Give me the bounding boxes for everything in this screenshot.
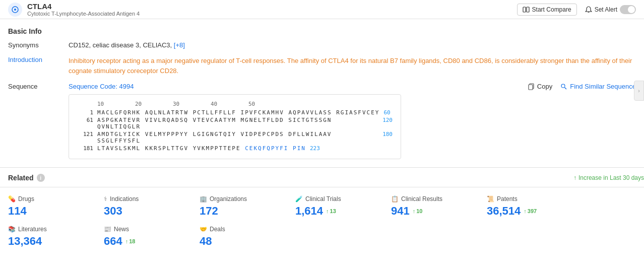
alert-toggle[interactable] (620, 5, 636, 14)
compare-icon (523, 6, 530, 13)
header-left: CTLA4 Cytotoxic T-Lymphocyte-Associated … (8, 2, 140, 17)
alert-icon (585, 6, 592, 13)
pat-arrow: ↑ (524, 208, 527, 214)
find-similar-icon (560, 83, 567, 90)
org-label: Organizations (210, 195, 247, 202)
side-handle[interactable]: › (634, 81, 644, 101)
seq-line-181: 181 LTAVSLSKML KKRSPLTTGV YVKMPPTTEPE CE… (77, 145, 393, 152)
indications-icon: ⚕ (104, 195, 107, 202)
org-value[interactable]: 172 (200, 205, 218, 218)
svg-rect-5 (529, 85, 533, 90)
org-icon: 🏢 (200, 195, 207, 202)
clinical-results-label: Clinical Results (401, 195, 442, 202)
cr-arrow: ↑ (413, 208, 416, 214)
app-icon (8, 3, 22, 17)
patents-label: Patents (497, 195, 518, 202)
stat-indications: ⚕ Indications 303 (104, 195, 200, 226)
synonyms-text: CD152, celiac disease 3, CELIAC3, (69, 41, 172, 49)
basic-info-title: Basic Info (8, 27, 636, 35)
related-title: Related i (8, 174, 45, 182)
svg-line-7 (565, 87, 567, 89)
lit-label: Literatures (18, 226, 47, 233)
patents-value[interactable]: 36,514 (487, 205, 521, 218)
start-compare-button[interactable]: Start Compare (517, 4, 577, 16)
introduction-row: Introduction Inhibitory receptor acting … (8, 56, 636, 76)
copy-label: Copy (537, 83, 552, 90)
related-info-icon[interactable]: i (37, 174, 45, 182)
stat-organizations: 🏢 Organizations 172 (200, 195, 295, 226)
drugs-icon: 💊 (8, 195, 16, 202)
lit-value[interactable]: 13,364 (8, 235, 42, 248)
increase-arrow: ↑ (573, 174, 576, 181)
increase-label: Increase in Last 30 days (578, 174, 644, 181)
copy-button[interactable]: Copy (528, 83, 552, 90)
sequence-actions: Copy Find Similar Sequence (528, 83, 636, 90)
introduction-label: Introduction (8, 56, 69, 76)
page-title: CTLA4 (27, 2, 140, 11)
increase-badge: ↑ Increase in Last 30 days (573, 174, 644, 181)
stat-patents: 📜 Patents 36,514 ↑ 397 (487, 195, 583, 226)
synonyms-row: Synonyms CD152, celiac disease 3, CELIAC… (8, 41, 636, 49)
stats-grid: 💊 Drugs 114 ⚕ Indications 303 🏢 Organiza… (0, 187, 644, 264)
sequence-code-link[interactable]: Sequence Code: 4994 (69, 83, 134, 90)
set-alert-button[interactable]: Set Alert (585, 5, 636, 14)
indications-label: Indications (110, 195, 139, 202)
seq-line-1: 1 MACLGFQRHK AQLNLATRTW PCTLLFFLLF IPVFC… (77, 109, 393, 116)
news-delta-num: 18 (129, 238, 135, 244)
header: CTLA4 Cytotoxic T-Lymphocyte-Associated … (0, 0, 644, 19)
clinical-results-delta: ↑ 10 (413, 208, 423, 214)
stat-clinical-trials: 🧪 Clinical Trials 1,614 ↑ 13 (295, 195, 391, 226)
clinical-trials-label: Clinical Trials (305, 195, 341, 202)
compare-label: Start Compare (532, 6, 571, 13)
news-delta: ↑ 18 (125, 238, 136, 244)
deals-icon: 🤝 (200, 226, 207, 233)
title-block: CTLA4 Cytotoxic T-Lymphocyte-Associated … (27, 2, 140, 17)
svg-point-6 (561, 84, 565, 88)
indications-value[interactable]: 303 (104, 205, 122, 218)
stat-literatures: 📚 Literatures 13,364 (8, 226, 104, 256)
svg-rect-3 (527, 7, 529, 12)
cr-delta-num: 10 (416, 208, 422, 214)
introduction-link[interactable]: Introduction (8, 56, 42, 63)
clinical-trials-value[interactable]: 1,614 (295, 205, 323, 218)
deals-value[interactable]: 48 (200, 235, 212, 248)
sequence-content: Sequence Code: 4994 Copy (69, 83, 636, 159)
synonyms-label: Synonyms (8, 41, 69, 49)
drugs-value[interactable]: 114 (8, 205, 27, 218)
stat-drugs: 💊 Drugs 114 (8, 195, 104, 226)
clinical-results-icon: 📋 (391, 195, 399, 202)
seq-line-121: 121 AMDTGLYICK VELMYPPPYY LGIGNGTQIY VID… (77, 131, 393, 144)
sequence-header: Sequence Code: 4994 Copy (69, 83, 636, 90)
sequence-row: Sequence Sequence Code: 4994 Copy (8, 83, 636, 159)
main-content: Basic Info Synonyms CD152, celiac diseas… (0, 19, 644, 159)
patents-icon: 📜 (487, 195, 494, 202)
clinical-results-value[interactable]: 941 (391, 205, 410, 218)
stat-clinical-results: 📋 Clinical Results 941 ↑ 10 (391, 195, 487, 226)
copy-icon (528, 83, 535, 90)
sequence-label: Sequence (8, 83, 69, 159)
pat-delta-num: 397 (528, 208, 537, 214)
find-similar-button[interactable]: Find Similar Sequence (560, 83, 636, 90)
lit-icon: 📚 (8, 226, 16, 233)
sequence-box: 10 20 30 40 50 1 MACLGFQRHK AQLNLATRTW P… (69, 94, 401, 159)
sequence-ruler: 10 20 30 40 50 (77, 101, 393, 107)
news-icon: 📰 (104, 226, 111, 233)
clinical-trials-icon: 🧪 (295, 195, 303, 202)
introduction-text: Inhibitory receptor acting as a major ne… (69, 56, 636, 76)
clinical-trials-delta: ↑ 13 (326, 208, 336, 214)
news-label: News (114, 226, 129, 233)
svg-rect-2 (523, 7, 526, 12)
news-value[interactable]: 664 (104, 235, 122, 248)
deals-label: Deals (210, 226, 225, 233)
stat-news: 📰 News 664 ↑ 18 (104, 226, 200, 256)
header-right: Start Compare Set Alert (517, 4, 636, 16)
ct-arrow: ↑ (326, 208, 329, 214)
alert-label: Set Alert (595, 6, 617, 13)
svg-point-1 (14, 9, 16, 11)
related-header: Related i ↑ Increase in Last 30 days (0, 167, 644, 187)
synonyms-more-link[interactable]: [+8] (174, 41, 185, 49)
news-arrow: ↑ (125, 238, 128, 244)
find-similar-label: Find Similar Sequence (570, 83, 636, 90)
page-subtitle: Cytotoxic T-Lymphocyte-Associated Antige… (27, 11, 140, 17)
seq-line-61: 61 ASPGKATEVR VIVLRQADSQ VTEVCAATYM MGNE… (77, 117, 393, 130)
